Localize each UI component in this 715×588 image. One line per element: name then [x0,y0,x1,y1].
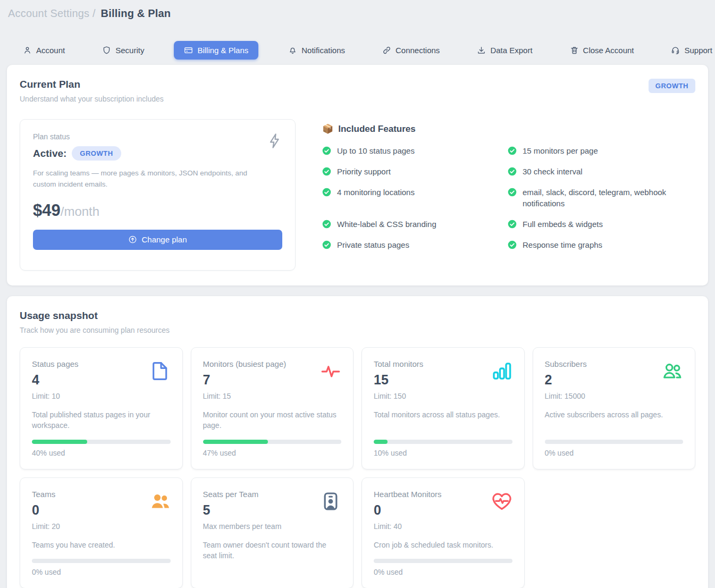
feature-item: email, slack, discord, telegram, webhook… [508,187,678,210]
price-period: /month [61,204,99,219]
headset-icon [671,46,680,55]
usage-used-label: 0% used [32,568,171,576]
change-plan-button[interactable]: Change plan [33,230,282,250]
usage-card-status-pages: Status pages 4 Limit: 10 Total published… [20,347,183,469]
usage-card-value: 0 [374,502,442,518]
link-icon [382,46,391,55]
plan-status-card: Plan status Active: GROWTH For scaling t… [20,119,296,271]
progress-fill [203,440,268,444]
usage-card-label: Subscribers [545,359,587,368]
tab-account[interactable]: Account [15,41,72,60]
usage-card-limit: Limit: 20 [32,522,60,531]
usage-card-description: Active subscribers across all pages. [545,409,684,420]
plan-price: $49/month [33,201,282,220]
pulse-icon [320,360,341,382]
progress-fill [32,440,87,444]
feature-label: email, slack, discord, telegram, webhook… [523,187,678,210]
check-circle-icon [508,167,517,176]
usage-card-label: Heartbeat Monitors [374,490,442,499]
usage-used-label: 0% used [545,449,684,457]
usage-card-label: Monitors (busiest page) [203,359,287,368]
check-circle-icon [508,146,517,155]
features-grid: Up to 10 status pages 15 monitors per pa… [322,145,695,251]
progress-track [545,440,684,444]
progress-track [32,440,171,444]
tab-billing-plans[interactable]: Billing & Plans [174,41,258,60]
tab-support[interactable]: Support [663,41,715,60]
check-circle-icon [322,146,331,155]
check-circle-icon [322,188,331,197]
usage-used-label: 40% used [32,449,171,457]
usage-card-limit: Limit: 15 [203,392,287,400]
usage-card-value: 4 [32,372,79,388]
usage-title: Usage snapshot [20,310,170,322]
feature-label: Priority support [337,166,391,178]
usage-card-limit: Limit: 10 [32,392,79,400]
current-plan-section: Current Plan Understand what your subscr… [7,65,708,285]
feature-item: Private status pages [322,239,492,251]
shield-icon [102,46,111,55]
included-features: 📦 Included Features Up to 10 status page… [322,119,695,271]
check-circle-icon [322,240,331,249]
check-circle-icon [322,167,331,176]
usage-card-description: Total monitors across all status pages. [374,409,512,420]
progress-track [374,440,512,444]
plan-status-label: Plan status [33,132,282,141]
feature-label: Private status pages [337,239,409,251]
badge-icon [320,491,341,512]
usage-card-description: Team owner doesn't count toward the seat… [203,540,342,561]
progress-track [32,559,171,563]
progress-fill [374,440,388,444]
usage-card-seats-per-team: Seats per Team 5 Max members per team Te… [191,477,354,588]
usage-card-limit: Max members per team [203,522,282,531]
change-plan-label: Change plan [141,235,187,244]
feature-item: White-label & CSS branding [322,219,492,230]
feature-item: Response time graphs [508,239,678,251]
feature-label: 4 monitoring locations [337,187,415,198]
download-icon [477,46,486,55]
tab-notifications[interactable]: Notifications [281,41,352,60]
feature-item: Priority support [322,166,492,178]
usage-card-label: Seats per Team [203,490,282,499]
plan-description: For scaling teams — more pages & monitor… [33,168,256,190]
tab-label: Billing & Plans [197,46,248,55]
usage-used-label: 47% used [203,449,342,457]
usage-card-description: Cron job & scheduled task monitors. [374,540,512,550]
usage-progress: 0% used [545,431,684,457]
usage-snapshot-section: Usage snapshot Track how you are consumi… [7,296,708,588]
trash-icon [570,46,579,55]
features-title: Included Features [338,124,415,135]
bar-chart-icon [491,360,512,382]
usage-card-total-monitors: Total monitors 15 Limit: 150 Total monit… [361,347,525,469]
usage-progress: 40% used [32,431,171,457]
progress-track [203,440,342,444]
usage-card-limit: Limit: 150 [374,392,423,400]
usage-card-description: Total published status pages in your wor… [32,409,171,431]
usage-card-monitors-busiest-page: Monitors (busiest page) 7 Limit: 15 Moni… [191,347,354,469]
tab-data-export[interactable]: Data Export [469,41,540,60]
usage-card-label: Teams [32,490,60,499]
breadcrumb-current: Billing & Plan [101,7,171,19]
tab-close-account[interactable]: Close Account [562,41,642,60]
tab-label: Support [684,46,712,55]
tab-security[interactable]: Security [95,41,152,60]
tab-label: Notifications [301,46,345,55]
tab-connections[interactable]: Connections [375,41,447,60]
current-plan-title: Current Plan [20,79,164,90]
breadcrumb-section[interactable]: Account Settings / [8,7,96,19]
people-outline-icon [662,360,683,382]
people-filled-icon [149,491,171,512]
tab-label: Close Account [583,46,634,55]
plan-active-label: Active: [33,148,66,159]
usage-used-label: 10% used [374,449,512,457]
check-circle-icon [508,240,517,249]
billing-plan-page: Account Settings / Billing & Plan Accoun… [0,0,715,588]
feature-label: White-label & CSS branding [337,219,436,230]
feature-label: 30 check interval [523,166,583,178]
usage-card-teams: Teams 0 Limit: 20 Teams you have created… [20,477,183,588]
person-icon [23,46,32,55]
credit-card-icon [184,46,193,55]
tabs: Account Security Billing & Plans Notific… [15,41,708,60]
check-circle-icon [508,188,517,197]
price-amount: $49 [33,201,61,220]
